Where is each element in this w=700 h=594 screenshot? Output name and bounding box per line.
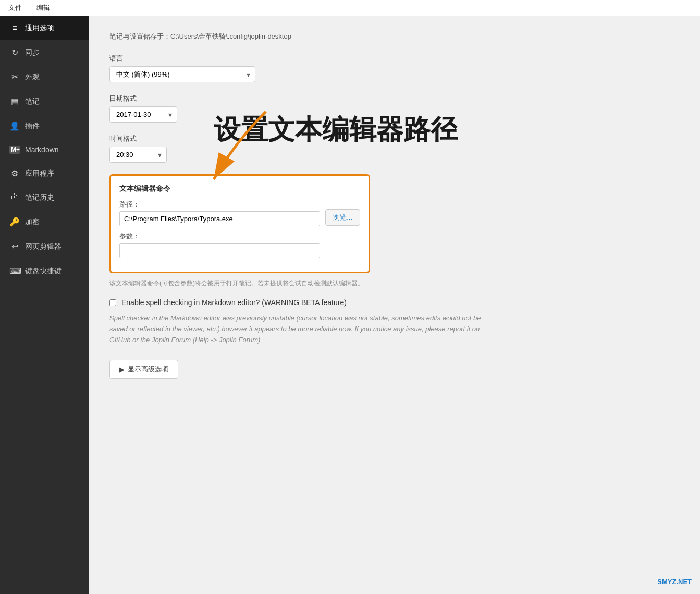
webclipper-icon: ↩ [9,241,20,251]
path-label: 路径： [119,200,320,209]
history-icon: ⏱ [9,193,20,202]
text-editor-box: 文本编辑器命令 路径： 参数： 浏览... [109,174,370,273]
date-format-select[interactable]: 2017-01-30 [109,106,177,123]
language-section: 语言 中文 (简体) (99%) [109,54,679,82]
sidebar-label-appearance: 外观 [25,72,40,82]
spell-check-desc: Spell checker in the Markdown editor was… [109,313,495,345]
language-label: 语言 [109,54,679,63]
sidebar-item-notes[interactable]: ▤ 笔记 [0,89,89,114]
show-advanced-button[interactable]: ▶ 显示高级选项 [109,360,178,379]
editor-hint: 该文本编辑器命令(可包含参数)将会被用于打开笔记。若未提供将尝试自动检测默认编辑… [109,278,474,288]
sidebar: ≡ 通用选项 ↻ 同步 ✂ 外观 ▤ 笔记 👤 插件 M+ Markdown ⚙… [0,16,89,594]
spell-check-row: Enable spell checking in Markdown editor… [109,298,679,307]
general-icon: ≡ [9,23,20,33]
text-editor-title: 文本编辑器命令 [119,184,360,193]
sidebar-item-appprogram[interactable]: ⚙ 应用程序 [0,161,89,186]
menu-file[interactable]: 文件 [6,2,24,14]
sidebar-label-markdown: Markdown [25,146,59,154]
date-select-wrapper: 2017-01-30 [109,106,177,123]
markdown-icon: M+ [9,146,20,154]
show-advanced-label: 显示高级选项 [128,365,168,374]
text-editor-annotation-container: 设置文本编辑器路径 文本编辑器命令 路径： 参数： [109,174,679,273]
sidebar-item-sync[interactable]: ↻ 同步 [0,40,89,65]
language-select-wrapper: 中文 (简体) (99%) [109,66,255,82]
time-format-label: 时间格式 [109,134,679,143]
sidebar-label-plugins: 插件 [25,122,40,131]
sidebar-item-keyboard[interactable]: ⌨ 键盘快捷键 [0,259,89,283]
time-format-select[interactable]: 20:30 [109,147,167,163]
sidebar-item-appearance[interactable]: ✂ 外观 [0,65,89,89]
encrypt-icon: 🔑 [9,217,20,227]
sidebar-label-history: 笔记历史 [25,193,54,202]
app-body: ≡ 通用选项 ↻ 同步 ✂ 外观 ▤ 笔记 👤 插件 M+ Markdown ⚙… [0,16,700,594]
menu-edit[interactable]: 编辑 [34,2,52,14]
params-input[interactable] [119,243,320,258]
spell-check-checkbox[interactable] [109,299,116,306]
appprogram-icon: ⚙ [9,168,20,178]
params-label: 参数： [119,232,320,241]
sidebar-label-keyboard: 键盘快捷键 [25,266,62,276]
text-editor-row: 路径： 参数： 浏览... [119,200,360,263]
date-format-section: 日期格式 2017-01-30 [109,94,679,123]
watermark: SMYZ.NET [657,578,692,586]
spell-check-label: Enable spell checking in Markdown editor… [121,298,347,307]
sidebar-item-general[interactable]: ≡ 通用选项 [0,16,89,40]
sidebar-label-encrypt: 加密 [25,217,40,227]
sidebar-label-general: 通用选项 [25,23,54,33]
sidebar-label-appprogram: 应用程序 [25,169,54,178]
keyboard-icon: ⌨ [9,266,20,276]
chevron-right-icon: ▶ [119,366,125,373]
sidebar-label-webclipper: 网页剪辑器 [25,242,62,251]
sidebar-item-history[interactable]: ⏱ 笔记历史 [0,186,89,210]
time-format-section: 时间格式 20:30 [109,134,679,163]
text-editor-fields: 路径： 参数： [119,200,320,263]
menu-bar: 文件 编辑 [0,0,700,16]
browse-button[interactable]: 浏览... [325,209,360,226]
sync-icon: ↻ [9,47,20,57]
date-format-label: 日期格式 [109,94,679,103]
language-select[interactable]: 中文 (简体) (99%) [109,66,255,82]
notes-icon: ▤ [9,96,20,106]
sidebar-label-sync: 同步 [25,48,40,57]
sidebar-item-plugins[interactable]: 👤 插件 [0,114,89,138]
plugins-icon: 👤 [9,121,20,131]
path-input[interactable] [119,211,320,226]
appearance-icon: ✂ [9,72,20,82]
storage-path: 笔记与设置储存于：C:\Users\金革铁骑\.config\joplin-de… [109,32,679,41]
sidebar-item-webclipper[interactable]: ↩ 网页剪辑器 [0,234,89,259]
sidebar-item-encrypt[interactable]: 🔑 加密 [0,210,89,234]
main-content: 笔记与设置储存于：C:\Users\金革铁骑\.config\joplin-de… [89,16,700,594]
sidebar-item-markdown[interactable]: M+ Markdown [0,138,89,161]
time-select-wrapper: 20:30 [109,147,167,163]
sidebar-label-notes: 笔记 [25,97,40,106]
